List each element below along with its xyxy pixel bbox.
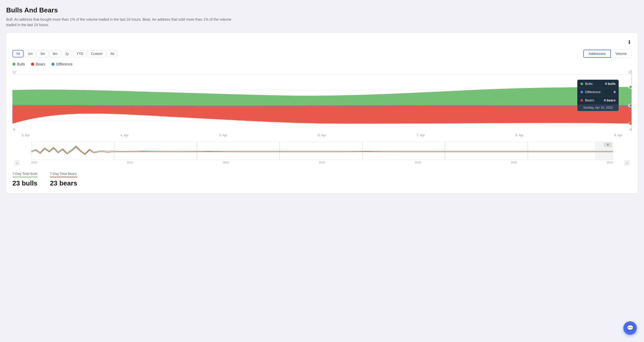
legend-difference: Difference: [51, 62, 73, 66]
total-bulls-label: 7-Day Total Bulls: [12, 172, 37, 177]
total-bulls: 7-Day Total Bulls 23 bulls: [12, 172, 37, 187]
tooltip-bulls-label: Bulls:: [585, 82, 603, 86]
mini-x-2014: 2014: [223, 161, 229, 166]
mini-nav-right[interactable]: ›: [624, 160, 630, 166]
legend-bulls: Bulls: [12, 62, 25, 66]
svg-text:⬇: ⬇: [606, 143, 610, 146]
mini-x-2020: 2020: [511, 161, 517, 166]
bulls-dot: [12, 63, 16, 66]
tooltip-diff-value: 0: [614, 90, 616, 94]
time-btn-ytd[interactable]: YTD: [73, 50, 87, 57]
view-btn-addresses[interactable]: Addresses: [583, 50, 611, 58]
mini-nav-left[interactable]: ‹: [14, 160, 20, 166]
mini-x-2018: 2018: [415, 161, 421, 166]
card-header: ⬇: [12, 39, 632, 45]
total-bears-value: 23 bears: [50, 179, 77, 187]
tooltip-diff-label: Difference:: [585, 90, 612, 94]
tooltip-bears-label: Bears:: [585, 98, 602, 102]
x-label-6: 8. Apr: [515, 133, 523, 137]
download-button[interactable]: ⬇: [627, 39, 632, 45]
x-label-7: 9. Apr: [614, 133, 622, 137]
tooltip-bulls-dot: [580, 83, 583, 85]
tooltip-diff-dot: [580, 91, 583, 93]
time-btn-6m[interactable]: 6m: [49, 50, 61, 57]
tooltip-bears-dot: [580, 99, 583, 102]
total-bulls-value: 23 bulls: [12, 179, 37, 187]
mini-chart-svg: ⬇: [31, 142, 613, 160]
difference-dot: [51, 63, 55, 66]
view-buttons: Addresses Volume: [583, 49, 632, 58]
tooltip-bears-row: Bears: 4 bears: [577, 96, 619, 104]
mini-x-2016: 2016: [319, 161, 325, 166]
mini-x-2010: 2010: [31, 161, 37, 166]
time-btn-custom[interactable]: Custom: [88, 50, 106, 57]
legend-bulls-label: Bulls: [17, 62, 25, 66]
time-buttons: 7d 1m 3m 6m 1y YTD Custom All: [12, 50, 117, 57]
legend-bears-label: Bears: [36, 62, 45, 66]
legend-bears: Bears: [31, 62, 45, 66]
y-axis-right: 12 6 0 -6: [624, 69, 632, 132]
time-btn-1m[interactable]: 1m: [25, 50, 36, 57]
tooltip: Bulls: 4 bulls Difference: 0 Bears: 4 be…: [577, 80, 619, 111]
page-title: Bulls And Bears: [6, 6, 638, 14]
x-label-1: 3. Apr: [22, 133, 30, 137]
time-btn-all[interactable]: All: [107, 50, 117, 57]
x-axis: 3. Apr 4. Apr 5. Apr 6. Apr 7. Apr 8. Ap…: [22, 133, 622, 137]
tooltip-diff-row: Difference: 0: [577, 88, 619, 96]
view-btn-volume[interactable]: Volume: [611, 50, 631, 58]
chart-area: 12 6 0 -6 ⬡ intotheblock: [12, 69, 632, 166]
totals-section: 7-Day Total Bulls 23 bulls 7-Day Total B…: [12, 172, 632, 187]
x-label-4: 6. Apr: [318, 133, 326, 137]
legend: Bulls Bears Difference: [12, 62, 632, 66]
mini-x-2012: 2012: [127, 161, 133, 166]
bears-dot: [31, 63, 34, 66]
time-btn-1y[interactable]: 1y: [62, 50, 72, 57]
legend-difference-label: Difference: [56, 62, 73, 66]
mini-x-2022: 2022: [607, 161, 613, 166]
main-card: ⬇ 7d 1m 3m 6m 1y YTD Custom All Addresse…: [6, 33, 638, 194]
total-bears: 7-Day Total Bears 23 bears: [50, 172, 77, 187]
tooltip-bulls-value: 4 bulls: [605, 82, 616, 86]
x-label-5: 7. Apr: [417, 133, 425, 137]
tooltip-date: Sunday, Apr 10, 2022: [577, 104, 619, 111]
tooltip-bears-value: 4 bears: [604, 98, 616, 102]
main-chart-svg: [12, 69, 632, 131]
total-bears-label: 7-Day Total Bears: [50, 172, 77, 177]
time-btn-3m[interactable]: 3m: [37, 50, 48, 57]
tooltip-bulls-row: Bulls: 4 bulls: [577, 80, 619, 88]
controls-row: 7d 1m 3m 6m 1y YTD Custom All Addresses …: [12, 49, 632, 58]
page-subtitle: Bull: An address that bought more than 1…: [6, 17, 239, 28]
x-label-3: 5. Apr: [219, 133, 227, 137]
mini-chart[interactable]: ⬇: [31, 142, 613, 160]
x-label-2: 4. Apr: [120, 133, 128, 137]
time-btn-7d[interactable]: 7d: [12, 50, 24, 57]
